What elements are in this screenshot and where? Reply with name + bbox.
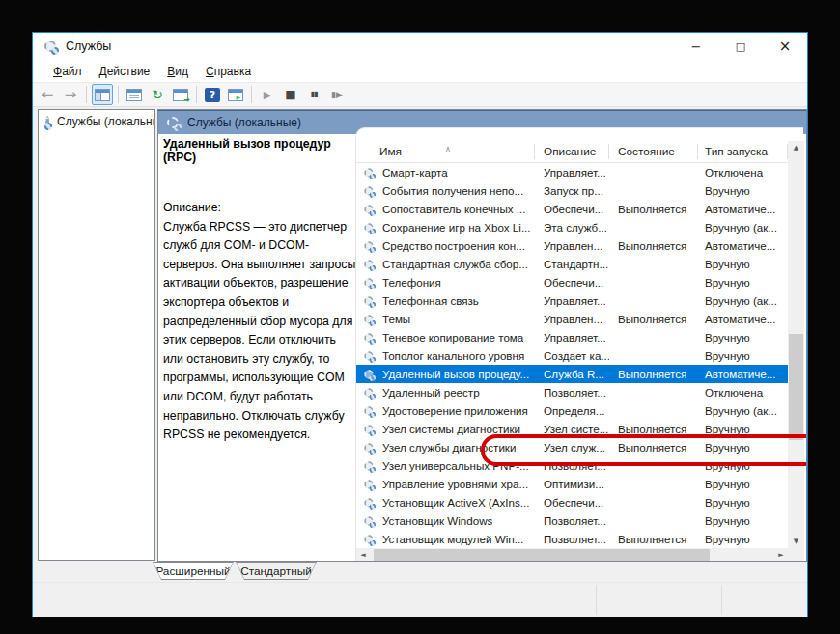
tree-item-services-root[interactable]: Службы (локальные) xyxy=(39,110,154,128)
service-gear-icon xyxy=(364,205,373,213)
service-status xyxy=(609,328,698,346)
service-row[interactable]: Установщик WindowsПозволяет...Вручную xyxy=(356,511,788,530)
service-startup-type: Вручную xyxy=(698,273,788,291)
view-tabs: РасширенныйСтандартный xyxy=(33,562,807,582)
tab-extended[interactable]: Расширенный xyxy=(153,562,234,580)
menu-item[interactable]: Справка xyxy=(197,63,260,81)
toolbar-separator xyxy=(118,86,119,103)
service-row[interactable]: Телефонная связьУправляет...Вручную (ак.… xyxy=(356,291,788,310)
service-description: Обеспечи... xyxy=(535,273,609,291)
action-pane-toggle[interactable] xyxy=(225,84,246,105)
service-row[interactable]: Установщик модулей Win...Позволяет...Вып… xyxy=(356,530,788,548)
service-description: Создает ка... xyxy=(535,346,609,365)
horizontal-scroll-thumb[interactable] xyxy=(374,549,710,562)
tab-label: Расширенный xyxy=(154,563,233,579)
service-row[interactable]: Управление уровнями хра...Оптимизи...Вру… xyxy=(356,475,788,493)
column-header-2[interactable]: Состояние xyxy=(609,141,698,162)
service-name: Стандартная служба сбор... xyxy=(382,255,528,273)
start-service-button[interactable]: ▶ xyxy=(257,84,278,105)
service-row[interactable]: Тополог канального уровняСоздает ка...Вр… xyxy=(356,346,788,365)
export-list-button[interactable] xyxy=(170,84,191,105)
scroll-right-icon[interactable]: ► xyxy=(774,548,788,562)
refresh-button[interactable]: ↻ xyxy=(147,84,168,105)
service-row[interactable]: Стандартная служба сбор...Стандартн...Вр… xyxy=(356,255,788,273)
service-row[interactable]: Узел универсальных PNP-...Позволяет...Вр… xyxy=(356,456,788,475)
service-row-selected[interactable]: Удаленный вызов процеду...Служба R...Вып… xyxy=(356,365,788,383)
service-name: Удаленный вызов процеду... xyxy=(382,365,529,383)
service-status: Выполняется xyxy=(609,420,698,438)
service-row[interactable]: События получения непо...Запуск пр...Вру… xyxy=(356,181,788,200)
service-name: События получения непо... xyxy=(382,181,523,200)
service-row[interactable]: Сопоставитель конечных ...Обеспечи...Вып… xyxy=(356,200,788,218)
service-status: Выполняется xyxy=(609,236,698,255)
service-startup-type: Вручную (ак... xyxy=(698,401,788,420)
vertical-scrollbar[interactable]: ▲ ▼ xyxy=(788,141,804,548)
service-description: Эта служб... xyxy=(535,218,609,236)
close-button[interactable]: × xyxy=(763,33,807,61)
console-tree-toggle[interactable] xyxy=(92,84,113,105)
scroll-up-icon[interactable]: ▲ xyxy=(788,141,804,154)
properties-button-icon xyxy=(126,89,142,101)
service-gear-icon xyxy=(364,186,373,195)
service-row[interactable]: Узел системы диагностикиУзел систе...Вып… xyxy=(356,420,788,438)
service-name: Узел службы диагностики xyxy=(382,438,516,456)
selected-service-title: Удаленный вызов процедур (RPC) xyxy=(163,137,354,164)
service-startup-type: Вручную xyxy=(698,328,788,346)
service-row[interactable]: Установщик ActiveX (AxIns...Обеспечи...В… xyxy=(356,493,788,511)
service-row[interactable]: Теневое копирование томаУправляет...Вруч… xyxy=(356,328,788,346)
properties-button[interactable] xyxy=(124,84,145,105)
service-name: Темы xyxy=(382,310,410,328)
pause-service-button[interactable]: ▮▮ xyxy=(303,84,324,105)
horizontal-scrollbar[interactable]: ◄ ► xyxy=(356,548,788,562)
menu-item[interactable]: Файл xyxy=(44,63,91,81)
service-gear-icon xyxy=(364,351,373,360)
service-description-text: Служба RPCSS — это диспетчер служб для C… xyxy=(163,218,356,445)
service-row[interactable]: Удостоверение приложенияОпределя...Вручн… xyxy=(356,401,788,420)
service-row[interactable]: Удаленный реестрПозволяет...Отключена xyxy=(356,383,788,401)
vertical-scroll-thumb[interactable] xyxy=(789,334,803,440)
service-detail-pane: Удаленный вызов процедур (RPC) Описание:… xyxy=(163,137,354,445)
service-row[interactable]: Узел службы диагностикиУзел служ...Выпол… xyxy=(356,438,788,456)
service-startup-type: Вручную xyxy=(698,438,788,456)
back-button[interactable]: ← xyxy=(37,84,58,105)
services-list: Имя∧ОписаниеСостояниеТип запуска Смарт-к… xyxy=(355,127,803,562)
column-header-1[interactable]: Описание xyxy=(535,141,609,162)
service-row[interactable]: Средство построения кон...Управлен...Вып… xyxy=(356,236,788,255)
column-header-0[interactable]: Имя∧ xyxy=(356,141,535,162)
service-description: Служба R... xyxy=(535,365,609,383)
column-header-3[interactable]: Тип запуска xyxy=(698,141,788,162)
restart-service-button-icon: ▮▶ xyxy=(331,91,343,99)
title-bar[interactable]: Службы − □ × xyxy=(33,33,807,61)
forward-button-icon: → xyxy=(65,88,77,102)
scroll-down-icon[interactable]: ▼ xyxy=(788,535,804,548)
service-startup-type: Вручную (ак... xyxy=(698,218,788,236)
service-row[interactable]: Смарт-картаУправляет...Отключена xyxy=(356,163,788,181)
menu-item[interactable]: Действие xyxy=(91,63,159,81)
service-row[interactable]: Сохранение игр на Xbox Li...Эта служб...… xyxy=(356,218,788,236)
service-description: Запуск пр... xyxy=(535,181,609,200)
minimize-button[interactable]: − xyxy=(674,33,718,61)
forward-button[interactable]: → xyxy=(60,84,81,105)
scroll-left-icon[interactable]: ◄ xyxy=(356,548,370,562)
service-gear-icon xyxy=(364,425,373,433)
console-tree-toggle-icon xyxy=(95,89,110,101)
help-icon: ? xyxy=(205,88,220,102)
export-list-button-icon xyxy=(173,89,188,101)
service-name: Установщик модулей Win... xyxy=(382,530,523,548)
service-description: Стандартн... xyxy=(535,255,609,273)
service-startup-type: Отключена xyxy=(698,163,788,181)
service-status xyxy=(609,163,698,181)
restart-service-button[interactable]: ▮▶ xyxy=(326,84,348,105)
help-button[interactable]: ? xyxy=(202,84,223,105)
service-gear-icon xyxy=(364,480,373,488)
stop-service-button[interactable]: ■ xyxy=(280,84,301,105)
service-gear-icon xyxy=(364,388,373,397)
service-row[interactable]: ТемыУправлен...ВыполняетсяАвтоматиче... xyxy=(356,310,788,328)
service-name: Узел универсальных PNP-... xyxy=(382,456,529,475)
service-row[interactable]: ТелефонияОбеспечи...Вручную xyxy=(356,273,788,291)
service-startup-type: Вручную xyxy=(698,493,788,511)
menu-item[interactable]: Вид xyxy=(158,63,197,81)
service-status xyxy=(609,456,698,475)
tab-standard[interactable]: Стандартный xyxy=(236,562,317,580)
maximize-button[interactable]: □ xyxy=(718,33,763,61)
